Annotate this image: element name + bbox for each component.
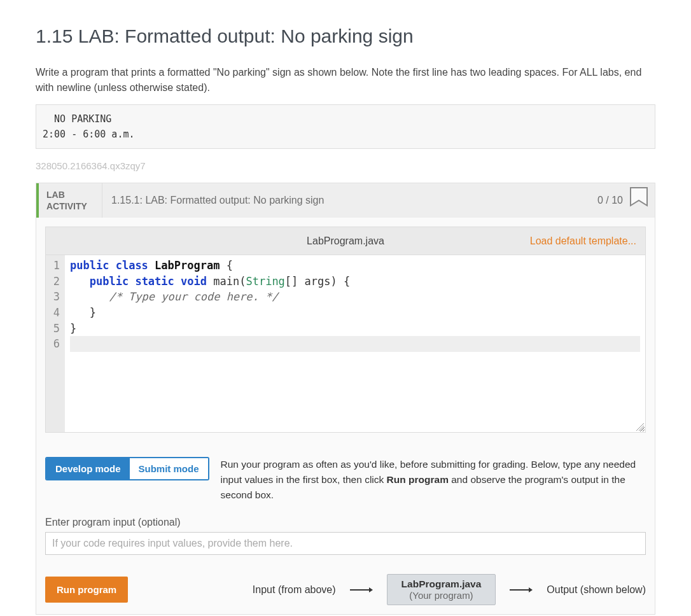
program-box-name: LabProgram.java (401, 578, 482, 590)
program-box: LabProgram.java (Your program) (387, 574, 496, 605)
develop-mode-button[interactable]: Develop mode (46, 458, 130, 479)
bookmark-icon[interactable] (629, 186, 648, 214)
line-number: 1 (50, 258, 60, 274)
line-number: 2 (50, 274, 60, 290)
resize-handle-icon (636, 423, 644, 431)
code-token: } (70, 322, 76, 335)
lab-header: LAB ACTIVITY 1.15.1: LAB: Formatted outp… (36, 183, 655, 218)
lab-title: 1.15.1: LAB: Formatted output: No parkin… (102, 195, 597, 206)
input-label: Enter program input (optional) (45, 517, 646, 528)
file-header: LabProgram.java Load default template... (45, 227, 646, 255)
code-token: void (181, 275, 207, 288)
lab-score: 0 / 10 (597, 195, 629, 206)
code-token: static (135, 275, 174, 288)
input-flow-label: Input (from above) (253, 584, 336, 596)
code-token: public (90, 275, 129, 288)
line-number: 3 (50, 289, 60, 305)
code-token: } (70, 306, 96, 319)
arrow-right-icon (350, 586, 373, 594)
submit-mode-button[interactable]: Submit mode (130, 458, 208, 479)
run-row: Run program Input (from above) LabProgra… (45, 574, 646, 605)
line-number: 5 (50, 321, 60, 337)
code-token: public (70, 259, 109, 272)
mode-row: Develop mode Submit mode Run your progra… (45, 457, 646, 503)
mode-desc-bold: Run program (387, 474, 449, 485)
mode-description: Run your program as often as you'd like,… (221, 457, 646, 503)
line-number: 4 (50, 305, 60, 321)
code-token: String (246, 275, 284, 288)
lab-label-line2: ACTIVITY (46, 200, 94, 212)
code-content[interactable]: public class LabProgram { public static … (65, 255, 645, 432)
program-input[interactable] (45, 532, 646, 555)
code-token: [] args) { (285, 275, 350, 288)
lab-body: LabProgram.java Load default template...… (36, 218, 655, 614)
code-token: class (116, 259, 148, 272)
activity-id: 328050.2166364.qx3zqy7 (36, 160, 655, 171)
code-token: main( (207, 275, 246, 288)
lab-label-line1: LAB (46, 189, 94, 200)
code-token: { (220, 259, 232, 272)
line-number-gutter: 123456 (46, 255, 65, 432)
page-title: 1.15 LAB: Formatted output: No parking s… (36, 25, 655, 47)
program-box-sub: (Your program) (401, 590, 482, 601)
code-editor[interactable]: 123456 public class LabProgram { public … (45, 255, 646, 433)
filename-label: LabProgram.java (307, 235, 384, 247)
code-token: /* Type your code here. */ (70, 290, 279, 303)
input-section: Enter program input (optional) (45, 517, 646, 555)
mode-toggle: Develop mode Submit mode (45, 457, 209, 480)
lab-instructions: Write a program that prints a formatted … (36, 65, 655, 95)
code-token (70, 275, 90, 288)
load-default-template-link[interactable]: Load default template... (530, 235, 645, 247)
lab-activity-label: LAB ACTIVITY (39, 183, 102, 218)
sample-output: NO PARKING 2:00 - 6:00 a.m. (36, 104, 655, 149)
run-program-button[interactable]: Run program (45, 577, 128, 603)
arrow-right-icon (510, 586, 533, 594)
code-token: LabProgram (155, 259, 220, 272)
output-flow-label: Output (shown below) (547, 584, 646, 596)
line-number: 6 (50, 336, 60, 352)
lab-activity-box: LAB ACTIVITY 1.15.1: LAB: Formatted outp… (36, 183, 655, 615)
